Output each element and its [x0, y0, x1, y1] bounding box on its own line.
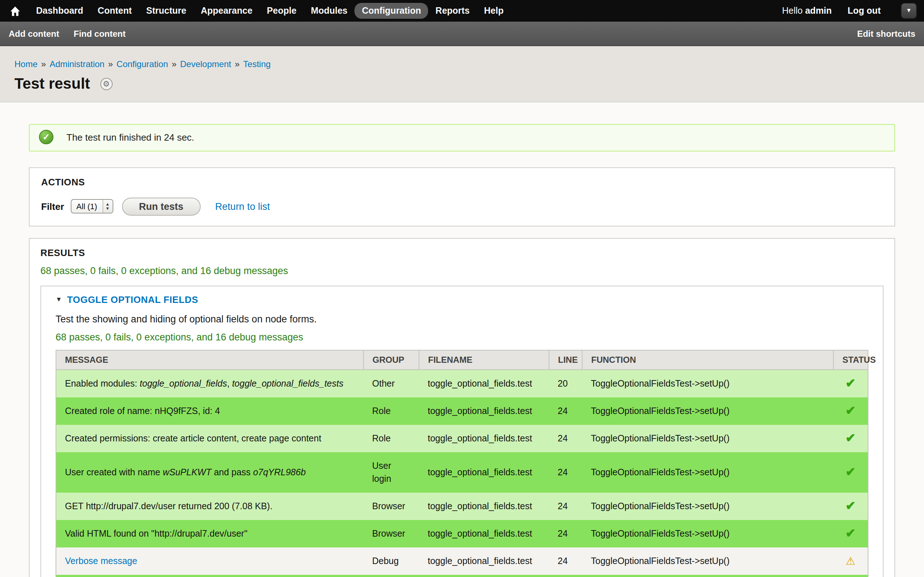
greeting-text: Hello admin [782, 6, 832, 16]
cell-line: 24 [549, 520, 582, 548]
test-group-title-link[interactable]: TOGGLE OPTIONAL FIELDS [67, 293, 198, 306]
toolbar-menu-item-structure[interactable]: Structure [139, 3, 194, 19]
cell-message: User created with name wSuPLKWT and pass… [56, 452, 363, 493]
column-header-filename: FILENAME [419, 350, 549, 370]
pass-check-icon: ✔ [845, 403, 856, 417]
cell-line: 20 [549, 370, 582, 397]
chevron-down-icon: ▼ [906, 8, 912, 14]
cell-group [363, 575, 419, 577]
status-message: ✓ The test run finished in 24 sec. [29, 124, 895, 152]
cell-message: Enabled modules: toggle_optional_fields,… [56, 370, 363, 397]
table-row: GET http://drupal7.dev/user returned 200… [56, 493, 868, 520]
cell-function [582, 575, 834, 577]
breadcrumb-link-configuration[interactable]: Configuration [116, 59, 168, 69]
message-italic-segment: toggle_optional_fields_tests [232, 379, 344, 389]
cell-function: ToggleOptionalFieldsTest->setUp() [582, 397, 834, 425]
contextual-gear-icon[interactable]: ⚙ [100, 77, 112, 90]
cell-message: Valid HTML found on "http://drupal7.dev/… [56, 520, 363, 548]
table-row: Enabled modules: toggle_optional_fields,… [56, 370, 868, 397]
breadcrumb-separator: » [41, 59, 46, 69]
cell-group: User login [363, 452, 419, 493]
results-summary: 68 passes, 0 fails, 0 exceptions, and 16… [40, 265, 884, 277]
column-header-line: LINE [549, 350, 582, 370]
cell-line [549, 575, 582, 577]
table-row-partial [56, 575, 868, 577]
breadcrumb: Home»Administration»Configuration»Develo… [15, 59, 909, 70]
cell-status: ✔ [834, 397, 868, 425]
cell-group: Debug [363, 548, 419, 575]
toolbar-toggle-button[interactable]: ▼ [901, 3, 917, 19]
breadcrumb-link-administration[interactable]: Administration [50, 59, 104, 69]
shortcut-links: Add contentFind content [9, 29, 140, 39]
toolbar-menu-item-modules[interactable]: Modules [304, 3, 354, 19]
results-table: MESSAGEGROUPFILENAMELINEFUNCTIONSTATUS E… [56, 350, 868, 577]
toolbar-menu-item-help[interactable]: Help [477, 3, 511, 19]
toolbar-menu-item-content[interactable]: Content [90, 3, 139, 19]
cell-filename: toggle_optional_fields.test [419, 520, 549, 548]
results-legend: RESULTS [40, 247, 884, 259]
cell-line: 24 [549, 493, 582, 520]
logout-link[interactable]: Log out [848, 6, 881, 16]
breadcrumb-link-home[interactable]: Home [15, 59, 37, 69]
message-segment: , [227, 379, 232, 389]
cell-filename: toggle_optional_fields.test [419, 397, 549, 425]
toolbar-menu: DashboardContentStructureAppearancePeopl… [29, 3, 511, 19]
cell-message: GET http://drupal7.dev/user returned 200… [56, 493, 363, 520]
message-segment: Valid HTML found on "http://drupal7.dev/… [65, 529, 247, 539]
message-segment: GET http://drupal7.dev/user returned 200… [65, 501, 273, 511]
test-group-fieldset: ▼ TOGGLE OPTIONAL FIELDS Test the showin… [40, 285, 884, 577]
breadcrumb-separator: » [234, 59, 239, 69]
cell-filename: toggle_optional_fields.test [419, 548, 549, 575]
cell-function: ToggleOptionalFieldsTest->setUp() [582, 548, 834, 575]
page-title: Test result [15, 74, 90, 93]
cell-line: 24 [549, 425, 582, 452]
filter-select[interactable]: All (1) ▲▼ [71, 199, 113, 213]
toolbar-menu-item-people[interactable]: People [260, 3, 304, 19]
results-table-header-row: MESSAGEGROUPFILENAMELINEFUNCTIONSTATUS [56, 350, 868, 370]
filter-row: Filter All (1) ▲▼ Run tests Return to li… [41, 197, 883, 216]
page-header: Home»Administration»Configuration»Develo… [0, 46, 924, 102]
table-row: Created role of name: nHQ9fFZS, id: 4Rol… [56, 397, 868, 425]
message-segment: and pass [212, 467, 253, 477]
message-segment: Enabled modules: [65, 379, 140, 389]
return-to-list-link[interactable]: Return to list [215, 201, 270, 212]
cell-status: ✔ [834, 520, 868, 548]
cell-filename: toggle_optional_fields.test [419, 493, 549, 520]
cell-status: ✔ [834, 493, 868, 520]
verbose-message-link[interactable]: Verbose message [65, 556, 137, 566]
message-segment: Verbose message [65, 556, 137, 566]
toolbar-menu-item-configuration[interactable]: Configuration [355, 3, 428, 19]
breadcrumb-separator: » [108, 59, 113, 69]
cell-group: Browser [363, 493, 419, 520]
column-header-status: STATUS [834, 350, 868, 370]
cell-status: ✔ [834, 370, 868, 397]
breadcrumb-link-testing[interactable]: Testing [243, 59, 271, 69]
actions-panel: ACTIONS Filter All (1) ▲▼ Run tests Retu… [29, 167, 895, 226]
shortcut-item-find-content[interactable]: Find content [74, 29, 126, 39]
results-table-body: Enabled modules: toggle_optional_fields,… [56, 370, 868, 577]
pass-check-icon: ✔ [845, 465, 856, 479]
cell-filename: toggle_optional_fields.test [419, 425, 549, 452]
toolbar-user-links: Hello admin Log out ▼ [782, 3, 918, 19]
cell-group: Role [363, 397, 419, 425]
page-title-row: Test result ⚙ [15, 74, 909, 93]
run-tests-button[interactable]: Run tests [122, 197, 201, 215]
toolbar-menu-item-appearance[interactable]: Appearance [194, 3, 260, 19]
shortcut-item-add-content[interactable]: Add content [9, 29, 59, 39]
edit-shortcuts-link[interactable]: Edit shortcuts [857, 29, 915, 39]
cell-message [56, 575, 363, 577]
toolbar-menu-item-reports[interactable]: Reports [428, 3, 477, 19]
breadcrumb-link-development[interactable]: Development [180, 59, 231, 69]
greeting-prefix: Hello [782, 6, 805, 16]
collapse-arrow-icon: ▼ [56, 293, 62, 306]
cell-function: ToggleOptionalFieldsTest->setUp() [582, 425, 834, 452]
filter-select-value: All (1) [71, 200, 102, 213]
cell-message[interactable]: Verbose message [56, 548, 363, 575]
stepper-down-icon: ▼ [105, 206, 110, 211]
cell-line: 24 [549, 548, 582, 575]
results-panel: RESULTS 68 passes, 0 fails, 0 exceptions… [29, 238, 895, 577]
toolbar-menu-item-dashboard[interactable]: Dashboard [29, 3, 90, 19]
home-icon[interactable] [6, 2, 24, 19]
message-segment: Created permissions: create article cont… [65, 434, 321, 443]
column-header-function: FUNCTION [582, 350, 834, 370]
